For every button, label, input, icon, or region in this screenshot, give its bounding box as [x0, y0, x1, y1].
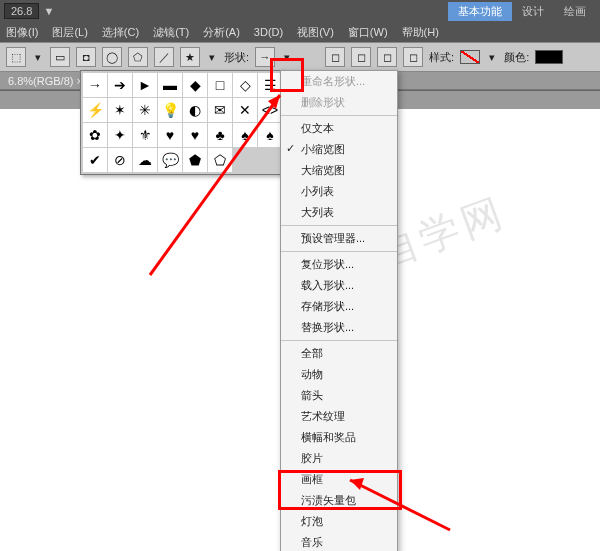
dropdown-icon[interactable]: ▾ [32, 51, 44, 64]
shape-cell[interactable]: ♠ [258, 123, 282, 147]
menuitem-small-list[interactable]: 小列表 [281, 181, 397, 202]
shape-cell[interactable]: ♥ [183, 123, 207, 147]
menuitem-save[interactable]: 存储形状... [281, 296, 397, 317]
workspace-tab-design[interactable]: 设计 [512, 2, 554, 21]
shape-cell[interactable]: ⚡ [83, 98, 107, 122]
zoom-dropdown-icon[interactable]: ▼ [43, 5, 54, 17]
tool-preset-icon[interactable]: ⬚ [6, 47, 26, 67]
menuitem-grime[interactable]: 污渍矢量包 [281, 490, 397, 511]
shape-cell[interactable]: → [83, 73, 107, 97]
shape-cell[interactable]: 💡 [158, 98, 182, 122]
shape-cell[interactable]: ⊘ [108, 148, 132, 172]
shape-cell[interactable]: ✿ [83, 123, 107, 147]
shape-cell[interactable]: ⚜ [133, 123, 157, 147]
menu-view[interactable]: 视图(V) [297, 25, 334, 40]
document-tab[interactable]: 6.8%(RGB/8) × [8, 75, 83, 87]
dropdown-icon[interactable]: ▾ [206, 51, 218, 64]
menuitem-replace[interactable]: 替换形状... [281, 317, 397, 338]
options-bar: ⬚ ▾ ▭ ◘ ◯ ⬠ ／ ★ ▾ 形状: → ▾ ◻ ◻ ◻ ◻ 样式: ▾ … [0, 42, 600, 72]
shape-context-menu: 重命名形状... 删除形状 仅文本 小缩览图 大缩览图 小列表 大列表 预设管理… [280, 70, 398, 551]
shape-cell[interactable]: ☁ [133, 148, 157, 172]
shape-cell[interactable]: ◐ [183, 98, 207, 122]
color-label: 颜色: [504, 50, 529, 65]
style-label: 样式: [429, 50, 454, 65]
shape-cell[interactable]: □ [208, 73, 232, 97]
menuitem-arrows[interactable]: 箭头 [281, 385, 397, 406]
pathop-icon[interactable]: ◻ [377, 47, 397, 67]
menu-select[interactable]: 选择(C) [102, 25, 139, 40]
shape-cell[interactable]: ♠ [233, 123, 257, 147]
shape-cell[interactable]: ✳ [133, 98, 157, 122]
menu-filter[interactable]: 滤镜(T) [153, 25, 189, 40]
shape-cell[interactable]: ✶ [108, 98, 132, 122]
menuitem-small-thumb[interactable]: 小缩览图 [281, 139, 397, 160]
menu-bar: 图像(I) 图层(L) 选择(C) 滤镜(T) 分析(A) 3D(D) 视图(V… [0, 22, 600, 42]
menuitem-music[interactable]: 音乐 [281, 532, 397, 551]
shape-rect-icon[interactable]: ▭ [50, 47, 70, 67]
menuitem-all[interactable]: 全部 [281, 343, 397, 364]
style-none-icon[interactable] [460, 50, 480, 64]
shape-picker-panel: →➔►▬◆□◇☰⚡✶✳💡◐✉✕<>✿✦⚜♥♥♣♠♠✔⊘☁💬⬟⬠ ▶ [80, 70, 285, 175]
shape-cell[interactable]: ☰ [258, 73, 282, 97]
workspace-tab-basic[interactable]: 基本功能 [448, 2, 512, 21]
shape-cell[interactable]: ✉ [208, 98, 232, 122]
shape-cell[interactable]: ► [133, 73, 157, 97]
zoom-value[interactable]: 26.8 [4, 3, 39, 19]
shape-cell[interactable]: ✔ [83, 148, 107, 172]
menu-image[interactable]: 图像(I) [6, 25, 38, 40]
menuitem-preset-mgr[interactable]: 预设管理器... [281, 228, 397, 249]
menuitem-delete: 删除形状 [281, 92, 397, 113]
shape-cell[interactable]: 💬 [158, 148, 182, 172]
menuitem-load[interactable]: 载入形状... [281, 275, 397, 296]
shape-cell[interactable]: ✦ [108, 123, 132, 147]
menuitem-textonly[interactable]: 仅文本 [281, 118, 397, 139]
shape-cell[interactable]: ✕ [233, 98, 257, 122]
current-shape-preview[interactable]: → [255, 47, 275, 67]
shape-line-icon[interactable]: ／ [154, 47, 174, 67]
menuitem-film[interactable]: 胶片 [281, 448, 397, 469]
menuitem-large-thumb[interactable]: 大缩览图 [281, 160, 397, 181]
menuitem-banners[interactable]: 横幅和奖品 [281, 427, 397, 448]
shape-cell[interactable]: ◆ [183, 73, 207, 97]
shape-cell[interactable]: ◇ [233, 73, 257, 97]
color-swatch[interactable] [535, 50, 563, 64]
shape-cell[interactable]: ➔ [108, 73, 132, 97]
shape-cell[interactable]: ▬ [158, 73, 182, 97]
pathop-icon[interactable]: ◻ [351, 47, 371, 67]
style-dropdown-icon[interactable]: ▾ [486, 51, 498, 64]
shape-roundrect-icon[interactable]: ◘ [76, 47, 96, 67]
menu-help[interactable]: 帮助(H) [402, 25, 439, 40]
menuitem-bulbs[interactable]: 灯泡 [281, 511, 397, 532]
shape-ellipse-icon[interactable]: ◯ [102, 47, 122, 67]
pathop-icon[interactable]: ◻ [325, 47, 345, 67]
menu-layer[interactable]: 图层(L) [52, 25, 87, 40]
menu-analysis[interactable]: 分析(A) [203, 25, 240, 40]
shape-cell[interactable]: ⬠ [208, 148, 232, 172]
menu-window[interactable]: 窗口(W) [348, 25, 388, 40]
shape-cell[interactable]: ⬟ [183, 148, 207, 172]
shape-custom-icon[interactable]: ★ [180, 47, 200, 67]
menuitem-artistic[interactable]: 艺术纹理 [281, 406, 397, 427]
shape-cell[interactable]: <> [258, 98, 282, 122]
workspace-tab-paint[interactable]: 绘画 [554, 2, 596, 21]
menuitem-reset[interactable]: 复位形状... [281, 254, 397, 275]
menuitem-animals[interactable]: 动物 [281, 364, 397, 385]
menuitem-rename: 重命名形状... [281, 71, 397, 92]
menuitem-large-list[interactable]: 大列表 [281, 202, 397, 223]
shape-dropdown-icon[interactable]: ▾ [281, 51, 293, 64]
pathop-icon[interactable]: ◻ [403, 47, 423, 67]
shape-polygon-icon[interactable]: ⬠ [128, 47, 148, 67]
menu-3d[interactable]: 3D(D) [254, 26, 283, 38]
menuitem-frames[interactable]: 画框 [281, 469, 397, 490]
shape-label: 形状: [224, 50, 249, 65]
shape-cell[interactable]: ♣ [208, 123, 232, 147]
shape-cell[interactable]: ♥ [158, 123, 182, 147]
